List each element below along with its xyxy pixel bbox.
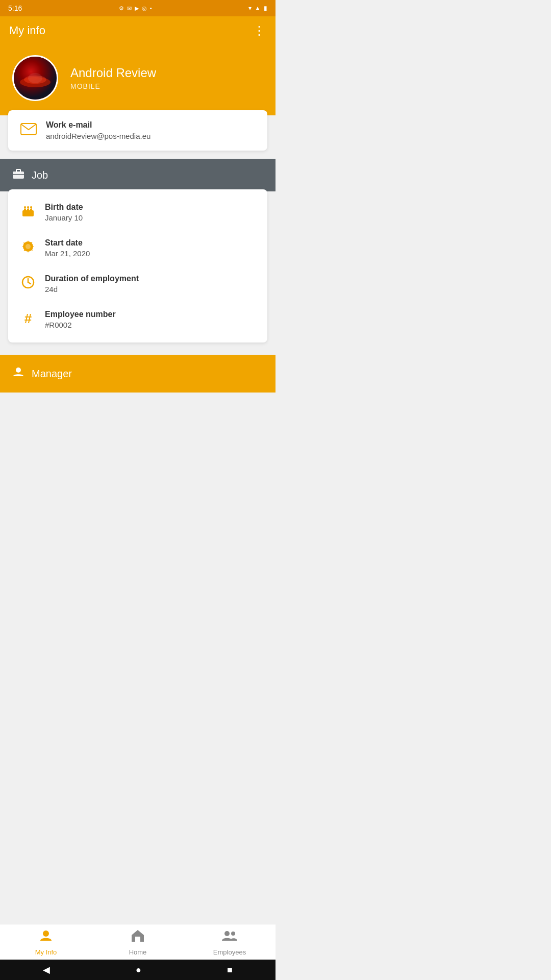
svg-line-30 [28,282,31,284]
svg-point-17 [30,206,32,208]
svg-point-19 [26,244,31,249]
employee-number-item: # Employee number #R0002 [8,302,267,337]
duration-content: Duration of employment 24d [45,274,139,293]
svg-rect-10 [27,209,29,211]
svg-marker-22 [22,246,24,248]
profile-role: MOBILE [70,82,156,90]
start-date-value: Mar 21, 2020 [45,249,90,258]
svg-rect-5 [13,172,24,179]
battery-icon: ▮ [264,5,267,12]
more-options-button[interactable]: ⋮ [253,24,266,37]
svg-point-16 [27,206,29,208]
avatar [12,55,58,101]
email-card: Work e-mail androidReview@pos-media.eu [8,110,267,151]
employee-number-label: Employee number [45,310,116,319]
birth-date-content: Birth date January 10 [45,203,83,222]
email-label: Work e-mail [46,120,151,130]
svg-rect-6 [16,169,20,172]
briefcase-icon [12,168,24,182]
status-right-icons: ▾ ▲ ▮ [248,5,267,12]
employee-number-value: #R0002 [45,321,116,329]
settings-icon: ⚙ [119,5,124,12]
duration-value: 24d [45,285,139,293]
manager-title: Manager [32,368,72,380]
clock-icon [20,275,36,293]
avatar-image [14,57,57,100]
svg-point-15 [24,206,26,208]
signal-icon: ▲ [255,5,261,12]
birth-date-label: Birth date [45,203,83,212]
duration-label: Duration of employment [45,274,139,283]
status-bar: 5:16 ⚙ ✉ ▶ ◎ • ▾ ▲ ▮ [0,0,276,16]
start-date-icon [20,239,36,257]
manager-section: Manager [0,355,276,393]
cake-icon [20,204,36,222]
start-date-label: Start date [45,238,90,248]
start-date-item: Start date Mar 21, 2020 [8,230,267,266]
email-value: androidReview@pos-media.eu [46,132,151,140]
sync-icon: ◎ [142,5,147,12]
svg-marker-20 [28,240,29,242]
birth-date-item: Birth date January 10 [8,194,267,230]
svg-marker-21 [28,251,29,253]
svg-rect-8 [22,210,34,216]
duration-item: Duration of employment 24d [8,266,267,302]
wifi-icon: ▾ [248,5,252,12]
email-icon [20,122,37,139]
birth-date-value: January 10 [45,213,83,222]
app-bar-title: My info [9,24,45,37]
profile-info: Android Review MOBILE [70,66,156,90]
play-icon: ▶ [135,5,139,12]
dot-icon: • [150,5,152,11]
start-date-content: Start date Mar 21, 2020 [45,238,90,258]
job-section-header: Job [0,159,276,191]
app-bar: My info ⋮ [0,16,276,45]
job-card: Birth date January 10 [8,189,267,342]
status-time: 5:16 [8,4,22,12]
job-section-title: Job [32,169,48,181]
profile-section: Android Review MOBILE [0,45,276,115]
status-icons: ⚙ ✉ ▶ ◎ • [119,5,152,12]
svg-rect-11 [30,209,32,211]
person-icon [12,366,24,381]
mail-icon: ✉ [127,5,132,12]
email-content: Work e-mail androidReview@pos-media.eu [46,120,151,140]
svg-point-31 [16,368,21,373]
svg-marker-23 [32,246,34,248]
hash-icon: # [20,311,36,327]
svg-point-3 [28,73,42,83]
employee-number-content: Employee number #R0002 [45,310,116,329]
svg-rect-9 [24,209,26,211]
profile-name: Android Review [70,66,156,80]
